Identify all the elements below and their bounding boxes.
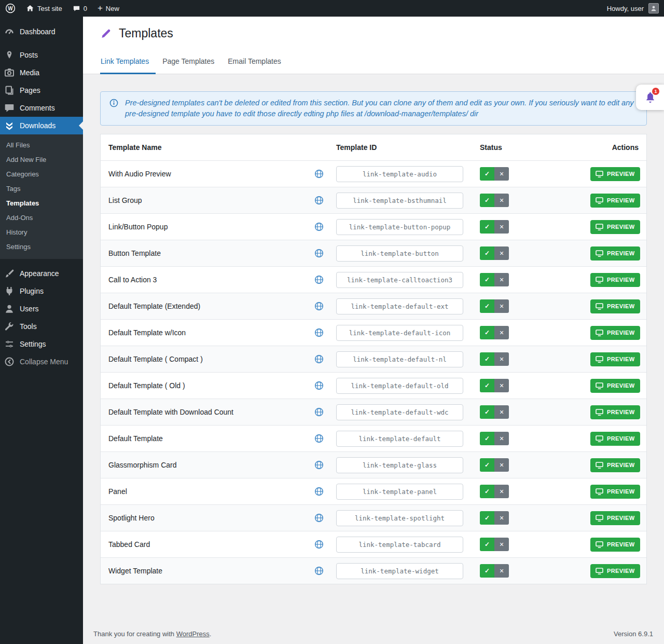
notifications-widget[interactable]: 1	[636, 85, 664, 110]
status-inactive-button[interactable]: ×	[494, 485, 509, 498]
sidebar-subitem-history[interactable]: History	[0, 225, 83, 240]
template-id-input[interactable]	[336, 298, 463, 314]
preview-button[interactable]: Preview	[590, 220, 640, 234]
status-active-button[interactable]: ✓	[480, 352, 494, 366]
status-inactive-button[interactable]: ×	[494, 538, 509, 551]
globe-icon[interactable]	[314, 169, 324, 179]
preview-button[interactable]: Preview	[590, 379, 640, 393]
preview-button[interactable]: Preview	[590, 564, 640, 578]
status-active-button[interactable]: ✓	[480, 458, 494, 472]
template-id-input[interactable]	[336, 245, 463, 262]
status-inactive-button[interactable]: ×	[494, 326, 509, 339]
sidebar-item-tools[interactable]: Tools	[0, 318, 83, 335]
preview-button[interactable]: Preview	[590, 167, 640, 181]
sidebar-item-appearance[interactable]: Appearance	[0, 265, 83, 282]
globe-icon[interactable]	[314, 381, 324, 390]
status-inactive-button[interactable]: ×	[494, 194, 509, 207]
status-inactive-button[interactable]: ×	[494, 299, 509, 313]
globe-icon[interactable]	[314, 328, 324, 337]
template-id-input[interactable]	[336, 378, 463, 394]
wordpress-link[interactable]: WordPress	[176, 630, 210, 638]
status-inactive-button[interactable]: ×	[494, 405, 509, 419]
preview-button[interactable]: Preview	[590, 246, 640, 261]
globe-icon[interactable]	[314, 275, 324, 284]
sidebar-subitem-settings[interactable]: Settings	[0, 240, 83, 254]
new-button[interactable]: + New	[92, 0, 125, 17]
preview-button[interactable]: Preview	[590, 405, 640, 419]
preview-button[interactable]: Preview	[590, 326, 640, 340]
wordpress-logo-icon[interactable]: W	[0, 0, 21, 17]
globe-icon[interactable]	[314, 407, 324, 417]
template-id-input[interactable]	[336, 193, 463, 209]
template-id-input[interactable]	[336, 457, 463, 473]
status-inactive-button[interactable]: ×	[494, 564, 509, 578]
status-inactive-button[interactable]: ×	[494, 379, 509, 392]
status-inactive-button[interactable]: ×	[494, 458, 509, 472]
globe-icon[interactable]	[314, 302, 324, 311]
globe-icon[interactable]	[314, 434, 324, 443]
preview-button[interactable]: Preview	[590, 299, 640, 313]
preview-button[interactable]: Preview	[590, 194, 640, 208]
status-active-button[interactable]: ✓	[480, 511, 494, 525]
sidebar-item-downloads[interactable]: Downloads	[0, 117, 83, 134]
template-id-input[interactable]	[336, 272, 463, 288]
status-active-button[interactable]: ✓	[480, 564, 494, 578]
status-inactive-button[interactable]: ×	[494, 273, 509, 286]
account-menu[interactable]: Howdy, user	[602, 0, 664, 17]
globe-icon[interactable]	[314, 222, 324, 231]
template-id-input[interactable]	[336, 351, 463, 367]
preview-button[interactable]: Preview	[590, 511, 640, 525]
sidebar-subitem-categories[interactable]: Categories	[0, 167, 83, 182]
template-id-input[interactable]	[336, 325, 463, 341]
sidebar-item-pages[interactable]: Pages	[0, 81, 83, 99]
template-id-input[interactable]	[336, 404, 463, 420]
status-inactive-button[interactable]: ×	[494, 220, 509, 234]
sidebar-item-users[interactable]: Users	[0, 300, 83, 318]
template-id-input[interactable]	[336, 166, 463, 182]
status-active-button[interactable]: ✓	[480, 405, 494, 419]
template-id-input[interactable]	[336, 219, 463, 235]
sidebar-subitem-add-ons[interactable]: Add-Ons	[0, 211, 83, 225]
globe-icon[interactable]	[314, 196, 324, 205]
globe-icon[interactable]	[314, 460, 324, 470]
sidebar-item-comments[interactable]: Comments	[0, 99, 83, 117]
globe-icon[interactable]	[314, 487, 324, 496]
status-active-button[interactable]: ✓	[480, 538, 494, 551]
globe-icon[interactable]	[314, 540, 324, 549]
collapse-menu-button[interactable]: Collapse Menu	[0, 353, 83, 371]
status-active-button[interactable]: ✓	[480, 273, 494, 286]
status-active-button[interactable]: ✓	[480, 432, 494, 445]
preview-button[interactable]: Preview	[590, 273, 640, 287]
preview-button[interactable]: Preview	[590, 458, 640, 472]
sidebar-item-media[interactable]: Media	[0, 64, 83, 81]
status-inactive-button[interactable]: ×	[494, 352, 509, 366]
preview-button[interactable]: Preview	[590, 538, 640, 552]
status-inactive-button[interactable]: ×	[494, 432, 509, 445]
status-active-button[interactable]: ✓	[480, 246, 494, 260]
sidebar-item-plugins[interactable]: Plugins	[0, 282, 83, 300]
status-active-button[interactable]: ✓	[480, 167, 494, 181]
status-active-button[interactable]: ✓	[480, 220, 494, 234]
sidebar-item-settings[interactable]: Settings	[0, 335, 83, 353]
preview-button[interactable]: Preview	[590, 432, 640, 446]
preview-button[interactable]: Preview	[590, 352, 640, 366]
status-active-button[interactable]: ✓	[480, 379, 494, 392]
globe-icon[interactable]	[314, 354, 324, 364]
sidebar-subitem-all-files[interactable]: All Files	[0, 138, 83, 153]
site-name-link[interactable]: Test site	[21, 0, 67, 17]
status-active-button[interactable]: ✓	[480, 326, 494, 339]
tab-email-templates[interactable]: Email Templates	[221, 50, 287, 74]
status-active-button[interactable]: ✓	[480, 194, 494, 207]
sidebar-subitem-templates[interactable]: Templates	[0, 196, 83, 211]
sidebar-item-posts[interactable]: Posts	[0, 46, 83, 64]
template-id-input[interactable]	[336, 484, 463, 500]
preview-button[interactable]: Preview	[590, 485, 640, 499]
comments-shortcut[interactable]: 0	[67, 0, 92, 17]
status-inactive-button[interactable]: ×	[494, 511, 509, 525]
sidebar-subitem-tags[interactable]: Tags	[0, 182, 83, 196]
template-id-input[interactable]	[336, 563, 463, 579]
status-active-button[interactable]: ✓	[480, 299, 494, 313]
tab-link-templates[interactable]: Link Templates	[100, 50, 156, 74]
status-active-button[interactable]: ✓	[480, 485, 494, 498]
globe-icon[interactable]	[314, 513, 324, 523]
